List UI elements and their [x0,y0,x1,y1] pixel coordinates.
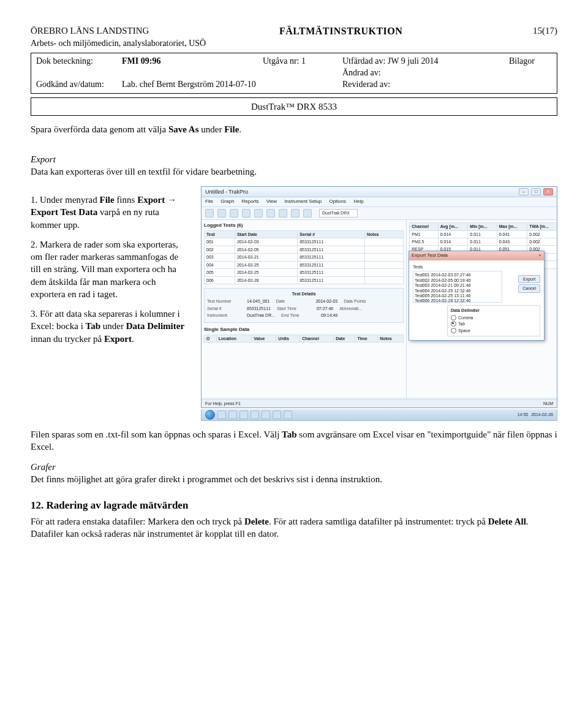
single-sample-title: Single Sample Data [204,327,404,333]
device-title: DustTrak™ DRX 8533 [31,97,557,116]
export-step-1: 1. Under menyrad File finns Export → Exp… [31,194,190,231]
approved-label: Godkänd av/datum: [36,79,122,91]
attach-label: Bilagor [509,56,552,67]
page-header: ÖREBRO LÄNS LANDSTING FÄLTMÄTINSTRUKTION… [31,25,557,38]
table-row[interactable]: 0062014-02-288533125111 [205,276,404,284]
doc-main-title: FÄLTMÄTINSTRUKTION [279,25,402,38]
export-heading: Export [31,153,557,165]
radio-space[interactable]: Space [451,328,537,333]
revised-by: Reviderad av: [342,79,552,91]
app-toolbar: DustTrak DRX [202,207,557,220]
table-row[interactable]: 0012014-02-038533125111 [205,238,404,246]
dok-value: FMI 09:96 [122,56,263,67]
list-item: Test001 2014-02-03 07:27:46 [415,273,500,278]
taskbar-app-icon[interactable] [273,411,281,419]
export-file-list[interactable]: Test001 2014-02-03 07:27:46 Test002 2014… [413,271,502,303]
dialog-close-icon[interactable]: × [538,252,541,259]
menu-reports[interactable]: Reports [242,199,259,204]
utg-label: Utgåva nr: 1 [263,56,342,67]
start-orb-icon[interactable] [205,410,215,420]
test-details-panel: Test Details Test Number14-045_001 Date2… [204,288,404,323]
after-p1: Filen sparas som en .txt-fil som kan öpp… [31,428,557,453]
menu-options[interactable]: Options [329,199,346,204]
section-12-paragraph: För att radera enstaka datafiler: Marker… [31,515,557,540]
app-window: Untitled - TrakPro – □ × File Graph Repo… [201,186,557,408]
grafer-paragraph: Det finns möjlighet att göra grafer dire… [31,473,557,485]
page-number: 15(17) [533,25,557,38]
table-row[interactable]: 0052014-02-258533125111 [205,269,404,276]
dialog-title-text: Export Test Data [412,252,448,259]
list-item: Test002 2014-02-05 00:19:40 [415,278,500,283]
open-icon[interactable] [217,209,226,218]
taskbar-app-icon[interactable] [262,411,270,419]
app-status-bar: For Help, press F1 NUM [202,399,557,407]
list-item: Test006 2014-02-28 12:32:46 [415,298,500,303]
device-combo[interactable]: DustTrak DRX [319,209,358,217]
app-titlebar: Untitled - TrakPro – □ × [202,187,557,197]
export-step-2: 2. Markera de rader som ska exporteras, … [31,238,190,300]
dok-label: Dok beteckning: [36,56,122,67]
export-button[interactable]: Export [518,275,540,283]
col-notes: Notes [365,230,404,238]
list-item: Test003 2014-02-21 09:21:48 [415,283,500,288]
grafer-heading: Grafer [31,461,557,473]
logged-tests-title: Logged Tests (6) [204,222,404,229]
cancel-button[interactable]: Cancel [518,284,540,292]
org-name: ÖREBRO LÄNS LANDSTING [31,25,149,38]
table-row[interactable]: 0042014-02-258533125111 [205,261,404,268]
menu-file[interactable]: File [205,199,213,204]
new-icon[interactable] [205,209,214,218]
table-row[interactable]: 0032014-02-218533125111 [205,254,404,261]
tray-clock-time: 14:50 [518,412,529,417]
help-icon[interactable] [303,209,312,218]
app-menubar: File Graph Reports View Instrument Setup… [202,197,557,207]
approved-value: Lab. chef Bernt Bergström 2014-07-10 [122,79,342,91]
single-sample-table: O Location Value Units Channel Date Time… [204,335,404,343]
taskbar-app-icon[interactable] [251,411,259,419]
changed-by: Ändrad av: [342,67,509,79]
subunit: Arbets- och miljömedicin, analyslaborato… [31,38,557,50]
export-dialog: Export Test Data × Tests Test001 2014-02… [409,251,545,341]
close-icon[interactable]: × [543,188,553,195]
intro-paragraph: Spara överförda data genom att välja Sav… [31,123,557,135]
export-icon[interactable] [254,209,263,218]
windows-taskbar: 14:50 2014-02-28 [201,409,557,421]
taskbar-app-icon[interactable] [239,411,248,419]
radio-comma[interactable]: Comma [451,315,537,320]
menu-instrument-setup[interactable]: Instrument Setup [284,199,322,204]
meta-box: Dok beteckning: FMI 09:96 Utgåva nr: 1 U… [31,53,557,94]
taskbar-app-icon[interactable] [217,411,226,419]
chart-icon[interactable] [266,209,275,218]
issued-by: Utfärdad av: JW 9 juli 2014 [342,56,509,67]
status-num: NUM [543,401,553,406]
col-date: Start Date [235,230,297,238]
logged-tests-table[interactable]: Test Start Date Serial # Notes 0012014-0… [204,230,404,284]
menu-graph[interactable]: Graph [221,199,234,204]
radio-tab[interactable]: Tab [451,321,537,327]
list-item: Test005 2014-02-25 13:11:46 [415,294,500,298]
data-delimiter-group: Data Delimiter Comma Tab Space [447,305,540,336]
status-help-text: For Help, press F1 [205,401,241,406]
export-step-3: 3. För att data ska separeras i kolumner… [31,308,190,345]
menu-help[interactable]: Help [353,199,363,204]
table-row[interactable]: 0022014-02-058533125111 [205,246,404,253]
tests-label: Tests [413,264,540,270]
connect-icon[interactable] [279,209,287,218]
export-lead: Data kan exporteras över till en textfil… [31,165,557,178]
col-test: Test [205,230,235,238]
maximize-icon[interactable]: □ [531,188,541,195]
save-icon[interactable] [230,209,238,218]
tray-clock-date: 2014-02-28 [531,412,553,417]
taskbar-app-icon[interactable] [228,411,237,419]
section-12-title: 12. Radering av lagrade mätvärden [31,499,557,513]
print-icon[interactable] [242,209,251,218]
minimize-icon[interactable]: – [519,188,529,195]
stop-icon[interactable] [291,209,300,218]
menu-view[interactable]: View [266,199,277,204]
taskbar-app-icon[interactable] [284,411,292,419]
window-title: Untitled - TrakPro [205,188,248,195]
list-item: Test004 2014-02-25 12:32:46 [415,289,500,294]
col-serial: Serial # [298,230,365,238]
